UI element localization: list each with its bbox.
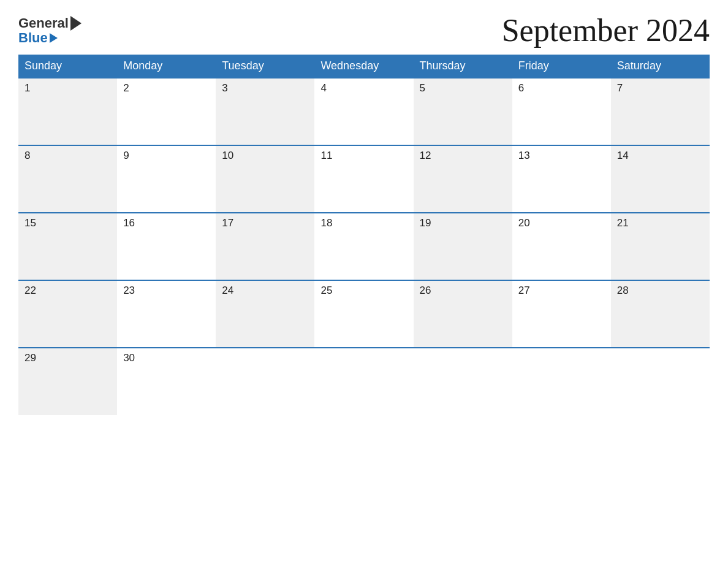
- day-number: 21: [617, 217, 629, 229]
- logo-triangle-dark: [70, 16, 82, 31]
- calendar-cell: 1: [18, 78, 117, 145]
- day-number: 20: [518, 217, 530, 229]
- calendar-cell: 3: [216, 78, 314, 145]
- month-title: September 2024: [502, 12, 710, 48]
- calendar-week-5: 2930: [18, 348, 710, 415]
- day-number: 22: [25, 285, 36, 296]
- calendar-cell: 2: [117, 78, 216, 145]
- calendar-cell: 10: [216, 145, 314, 213]
- calendar-cell: 9: [117, 145, 216, 213]
- col-friday: Friday: [512, 55, 611, 78]
- day-number: 1: [25, 82, 30, 94]
- calendar-cell: 24: [216, 280, 314, 348]
- day-number: 26: [420, 285, 431, 296]
- col-thursday: Thursday: [414, 55, 512, 78]
- day-number: 10: [222, 150, 233, 161]
- day-number: 29: [25, 352, 36, 364]
- calendar-cell: [414, 348, 512, 415]
- page-header: General Blue September 2024: [18, 12, 710, 48]
- calendar-week-3: 15161718192021: [18, 213, 710, 280]
- day-number: 5: [420, 82, 425, 94]
- calendar: Sunday Monday Tuesday Wednesday Thursday…: [18, 55, 710, 415]
- calendar-cell: 27: [512, 280, 611, 348]
- day-number: 3: [222, 82, 227, 94]
- calendar-cell: 25: [314, 280, 413, 348]
- calendar-cell: 19: [414, 213, 512, 280]
- day-number: 25: [320, 285, 332, 296]
- day-number: 12: [420, 150, 431, 161]
- day-number: 2: [123, 82, 129, 94]
- calendar-cell: 11: [314, 145, 413, 213]
- calendar-cell: 26: [414, 280, 512, 348]
- calendar-cell: 23: [117, 280, 216, 348]
- calendar-week-1: 1234567: [18, 78, 710, 145]
- day-number: 4: [320, 82, 326, 94]
- day-number: 7: [617, 82, 623, 94]
- calendar-week-2: 891011121314: [18, 145, 710, 213]
- logo-triangle-blue: [50, 33, 58, 43]
- day-number: 8: [25, 150, 30, 161]
- day-number: 13: [518, 150, 530, 161]
- day-number: 30: [123, 352, 135, 364]
- calendar-cell: [512, 348, 611, 415]
- calendar-cell: 29: [18, 348, 117, 415]
- col-wednesday: Wednesday: [314, 55, 413, 78]
- calendar-cell: 17: [216, 213, 314, 280]
- day-number: 17: [222, 217, 233, 229]
- col-tuesday: Tuesday: [216, 55, 314, 78]
- day-number: 6: [518, 82, 524, 94]
- calendar-cell: 15: [18, 213, 117, 280]
- calendar-cell: 28: [611, 280, 710, 348]
- logo: General Blue: [18, 15, 82, 46]
- calendar-cell: 12: [414, 145, 512, 213]
- calendar-cell: 22: [18, 280, 117, 348]
- day-number: 19: [420, 217, 431, 229]
- col-sunday: Sunday: [18, 55, 117, 78]
- col-monday: Monday: [117, 55, 216, 78]
- calendar-cell: 18: [314, 213, 413, 280]
- day-number: 11: [320, 150, 332, 161]
- calendar-week-4: 22232425262728: [18, 280, 710, 348]
- calendar-cell: [314, 348, 413, 415]
- calendar-cell: [216, 348, 314, 415]
- calendar-cell: 8: [18, 145, 117, 213]
- calendar-cell: 4: [314, 78, 413, 145]
- col-saturday: Saturday: [611, 55, 710, 78]
- calendar-cell: 16: [117, 213, 216, 280]
- day-number: 14: [617, 150, 629, 161]
- day-number: 27: [518, 285, 530, 296]
- calendar-cell: [611, 348, 710, 415]
- days-of-week-row: Sunday Monday Tuesday Wednesday Thursday…: [18, 55, 710, 78]
- calendar-cell: 21: [611, 213, 710, 280]
- calendar-cell: 13: [512, 145, 611, 213]
- calendar-cell: 14: [611, 145, 710, 213]
- calendar-cell: 20: [512, 213, 611, 280]
- logo-text-blue: Blue: [18, 30, 48, 46]
- day-number: 24: [222, 285, 233, 296]
- day-number: 28: [617, 285, 629, 296]
- calendar-cell: 6: [512, 78, 611, 145]
- logo-text-general: General: [18, 15, 69, 31]
- calendar-cell: 30: [117, 348, 216, 415]
- calendar-cell: 7: [611, 78, 710, 145]
- calendar-cell: 5: [414, 78, 512, 145]
- day-number: 23: [123, 285, 135, 296]
- day-number: 18: [320, 217, 332, 229]
- day-number: 16: [123, 217, 135, 229]
- day-number: 9: [123, 150, 129, 161]
- day-number: 15: [25, 217, 36, 229]
